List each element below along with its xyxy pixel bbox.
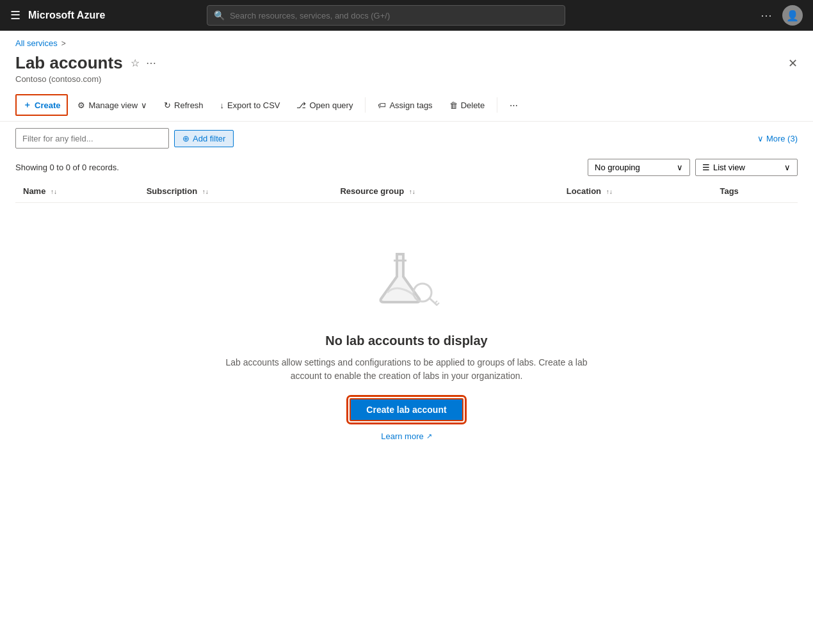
page-subtitle: Contoso (contoso.com): [0, 73, 813, 89]
search-bar[interactable]: 🔍: [207, 5, 565, 26]
toolbar-separator-2: [497, 97, 497, 113]
tag-icon: 🏷: [378, 101, 386, 110]
breadcrumb-separator: >: [61, 39, 66, 48]
col-name[interactable]: Name ↑↓: [15, 180, 139, 203]
download-icon: ↓: [220, 101, 225, 110]
col-tags: Tags: [712, 180, 798, 203]
top-navbar: ☰ Microsoft Azure 🔍 ⋯ 👤: [0, 0, 813, 31]
open-query-button[interactable]: ⎇ Open query: [289, 96, 360, 115]
empty-state: No lab accounts to display Lab accounts …: [0, 203, 813, 467]
records-controls: No grouping ∨ ☰ List view ∨: [588, 159, 798, 176]
avatar[interactable]: 👤: [782, 5, 803, 26]
page-header-icons: ☆ ⋯: [131, 57, 156, 69]
empty-title: No lab accounts to display: [325, 334, 487, 348]
learn-more-link[interactable]: Learn more ↗: [381, 431, 431, 441]
gear-icon: ⚙: [77, 101, 85, 110]
external-link-icon: ↗: [426, 432, 432, 440]
assign-tags-button[interactable]: 🏷 Assign tags: [371, 96, 439, 115]
filter-input[interactable]: [15, 128, 169, 149]
sort-icon: ↑↓: [202, 188, 209, 195]
refresh-icon: ↻: [164, 101, 171, 110]
create-button[interactable]: ＋ Create: [15, 94, 68, 116]
trash-icon: 🗑: [449, 101, 458, 110]
toolbar-separator: [365, 97, 366, 113]
sort-icon: ↑↓: [51, 188, 57, 195]
filter-bar: ⊕ Add filter ∨ More (3): [0, 122, 813, 155]
chevron-down-icon: ∨: [784, 163, 791, 172]
delete-button[interactable]: 🗑 Delete: [442, 96, 492, 115]
empty-state-icon: [368, 241, 445, 318]
export-csv-button[interactable]: ↓ Export to CSV: [213, 96, 287, 115]
data-table: Name ↑↓ Subscription ↑↓ Resource group ↑…: [15, 180, 798, 203]
chevron-down-icon: ∨: [757, 134, 764, 143]
more-filters-link[interactable]: ∨ More (3): [757, 134, 798, 143]
records-bar: Showing 0 to 0 of 0 records. No grouping…: [0, 155, 813, 180]
table-container: Name ↑↓ Subscription ↑↓ Resource group ↑…: [0, 180, 813, 203]
col-resource-group[interactable]: Resource group ↑↓: [332, 180, 558, 203]
brand-name: Microsoft Azure: [28, 10, 105, 21]
pin-icon[interactable]: ☆: [131, 57, 140, 69]
col-subscription[interactable]: Subscription ↑↓: [139, 180, 333, 203]
more-button[interactable]: ⋯: [503, 96, 525, 115]
svg-line-3: [435, 301, 437, 303]
more-icon[interactable]: ⋯: [761, 8, 772, 22]
search-input[interactable]: [230, 11, 558, 20]
add-filter-button[interactable]: ⊕ Add filter: [174, 130, 234, 147]
toolbar: ＋ Create ⚙ Manage view ∨ ↻ Refresh ↓ Exp…: [0, 89, 813, 122]
ellipsis-icon[interactable]: ⋯: [146, 57, 156, 69]
grouping-dropdown[interactable]: No grouping ∨: [588, 159, 690, 176]
breadcrumb: All services >: [0, 31, 813, 48]
plus-icon: ＋: [23, 99, 31, 111]
page-content: All services > Lab accounts ☆ ⋯ ✕ Contos…: [0, 31, 813, 644]
filter-icon: ⊕: [182, 134, 189, 143]
list-view-icon: ☰: [702, 163, 710, 172]
create-lab-account-button[interactable]: Create lab account: [350, 398, 463, 421]
refresh-button[interactable]: ↻ Refresh: [157, 96, 211, 115]
search-icon: 🔍: [214, 10, 225, 20]
page-title: Lab accounts: [15, 53, 123, 73]
sort-icon: ↑↓: [606, 188, 613, 195]
chevron-down-icon: ∨: [141, 101, 147, 110]
page-header: Lab accounts ☆ ⋯ ✕: [0, 48, 813, 73]
view-dropdown[interactable]: ☰ List view ∨: [695, 159, 798, 176]
table-header: Name ↑↓ Subscription ↑↓ Resource group ↑…: [15, 180, 798, 203]
records-count: Showing 0 to 0 of 0 records.: [15, 163, 119, 172]
hamburger-icon[interactable]: ☰: [10, 8, 20, 22]
sort-icon: ↑↓: [409, 188, 415, 195]
svg-line-4: [437, 303, 439, 305]
nav-right: ⋯ 👤: [761, 5, 803, 26]
col-location[interactable]: Location ↑↓: [559, 180, 712, 203]
breadcrumb-link[interactable]: All services: [15, 38, 58, 48]
query-icon: ⎇: [296, 101, 306, 110]
close-icon[interactable]: ✕: [788, 56, 798, 70]
chevron-down-icon: ∨: [677, 163, 683, 172]
manage-view-button[interactable]: ⚙ Manage view ∨: [70, 96, 154, 115]
empty-description: Lab accounts allow settings and configur…: [221, 356, 592, 383]
